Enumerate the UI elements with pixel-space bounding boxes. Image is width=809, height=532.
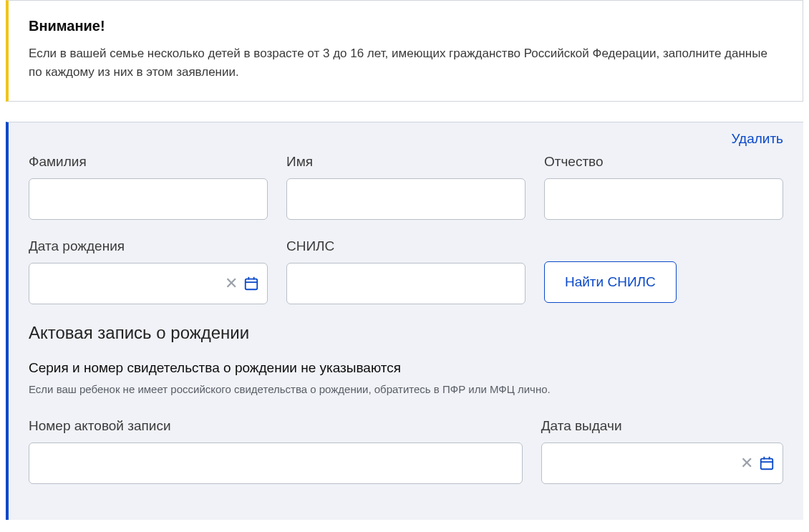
name-group: Имя xyxy=(286,154,525,220)
clear-icon[interactable]: ✕ xyxy=(225,276,238,291)
issue-date-group: Дата выдачи ✕ xyxy=(541,418,783,484)
notice-title: Внимание! xyxy=(29,18,783,34)
clear-icon[interactable]: ✕ xyxy=(740,455,753,471)
attention-notice: Внимание! Если в вашей семье несколько д… xyxy=(6,0,803,102)
birth-record-subtitle: Серия и номер свидетельства о рождении н… xyxy=(29,360,783,376)
svg-rect-4 xyxy=(761,459,773,470)
notice-text: Если в вашей семье несколько детей в воз… xyxy=(29,44,783,81)
name-input[interactable] xyxy=(286,178,525,220)
snils-input[interactable] xyxy=(286,263,525,304)
birth-record-title: Актовая запись о рождении xyxy=(29,323,783,343)
birthdate-label: Дата рождения xyxy=(29,238,268,254)
snils-group: СНИЛС xyxy=(286,238,525,304)
surname-label: Фамилия xyxy=(29,154,268,170)
name-fields-row: Фамилия Имя Отчество xyxy=(29,154,783,220)
birthdate-group: Дата рождения ✕ xyxy=(29,238,268,304)
surname-input[interactable] xyxy=(29,178,268,220)
record-row: Номер актовой записи Дата выдачи ✕ xyxy=(29,418,783,484)
surname-group: Фамилия xyxy=(29,154,268,220)
patronymic-label: Отчество xyxy=(544,154,783,170)
record-number-input[interactable] xyxy=(29,442,523,484)
calendar-icon[interactable] xyxy=(243,276,259,291)
record-number-group: Номер актовой записи xyxy=(29,418,523,484)
patronymic-input[interactable] xyxy=(544,178,783,220)
birth-record-hint: Если ваш ребенок не имеет российского св… xyxy=(29,382,783,397)
svg-rect-0 xyxy=(246,279,258,290)
calendar-icon[interactable] xyxy=(759,455,775,471)
birth-snils-row: Дата рождения ✕ СНИЛС xyxy=(29,238,783,304)
snils-label: СНИЛС xyxy=(286,238,525,254)
find-snils-holder: Найти СНИЛС xyxy=(544,238,783,304)
delete-button[interactable]: Удалить xyxy=(731,131,783,146)
name-label: Имя xyxy=(286,154,525,170)
record-number-label: Номер актовой записи xyxy=(29,418,523,434)
find-snils-button[interactable]: Найти СНИЛС xyxy=(544,261,677,303)
delete-row: Удалить xyxy=(29,127,783,154)
issue-date-label: Дата выдачи xyxy=(541,418,783,434)
child-form-panel: Удалить Фамилия Имя Отчество Дата рожден… xyxy=(6,122,803,520)
patronymic-group: Отчество xyxy=(544,154,783,220)
